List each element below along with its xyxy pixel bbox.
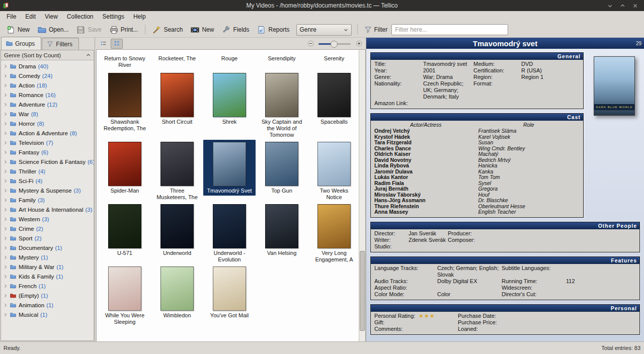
close-icon[interactable] [632, 3, 638, 9]
movie-entry[interactable]: Tmavomodrý Svet [203, 140, 256, 202]
group-item[interactable]: Science Fiction & Fantasy(6) [1, 157, 94, 166]
movie-entry[interactable]: Rocketeer, The [151, 52, 203, 70]
menu-file[interactable]: File [2, 12, 21, 21]
group-label: Sport [19, 235, 33, 241]
group-item[interactable]: Musical(1) [1, 310, 94, 319]
movie-entry[interactable]: Spaceballs [308, 71, 360, 140]
vertical-scrollbar[interactable] [359, 50, 365, 341]
movie-entry[interactable]: Three Musketeers, The [151, 140, 203, 202]
group-item[interactable]: Thriller(4) [1, 166, 94, 176]
cast-role: Dr. Blaschke [477, 198, 581, 204]
icon-size-slider[interactable] [318, 40, 351, 48]
movie-entry[interactable]: Return to Snowy River [99, 52, 151, 70]
filter-input[interactable] [391, 24, 508, 35]
group-item[interactable]: Kids & Family(1) [1, 272, 94, 281]
group-item[interactable]: Mystery & Suspense(3) [1, 186, 94, 195]
slider-thumb[interactable] [331, 41, 338, 48]
group-item[interactable]: Documentary(1) [1, 243, 94, 252]
group-label: Western [19, 216, 40, 222]
maximize-icon[interactable] [620, 3, 625, 9]
group-item[interactable]: Animation(1) [1, 300, 94, 310]
group-item[interactable]: Crime(2) [1, 224, 94, 233]
icon-view-button[interactable] [111, 39, 123, 49]
open-button[interactable]: Open... [34, 24, 72, 36]
group-tree-header[interactable]: Genre (Sort by Count) [1, 50, 94, 60]
group-item[interactable]: Television(7) [1, 138, 94, 147]
movie-entry[interactable]: Short Circuit [151, 71, 203, 140]
tab-groups[interactable]: Groups [1, 37, 41, 50]
group-item[interactable]: Sci-Fi(4) [1, 176, 94, 186]
movie-entry[interactable]: Underworld - Evolution [203, 202, 256, 264]
new-entry-button[interactable]: New [187, 24, 217, 36]
group-item[interactable]: Family(3) [1, 195, 94, 205]
new-collection-button[interactable]: New [3, 24, 33, 36]
group-item[interactable]: Fantasy(6) [1, 147, 94, 157]
group-item[interactable]: Western(3) [1, 214, 94, 224]
folder-icon [6, 40, 13, 47]
movie-entry[interactable]: Top Gun [256, 140, 308, 202]
group-label: Mystery [19, 254, 39, 260]
group-item[interactable]: Sport(2) [1, 233, 94, 243]
group-item[interactable]: Military & War(1) [1, 262, 94, 272]
movie-entry[interactable]: Underworld [151, 202, 203, 264]
scrollbar-thumb[interactable] [360, 251, 365, 331]
movie-entry[interactable]: While You Were Sleeping [99, 264, 151, 327]
movie-title: Spider-Man [111, 188, 139, 194]
menu-view[interactable]: View [40, 12, 62, 21]
save-button[interactable]: Save [73, 24, 105, 36]
menu-help[interactable]: Help [129, 12, 150, 21]
movie-entry[interactable]: Spider-Man [99, 140, 151, 202]
movie-entry[interactable]: Van Helsing [256, 202, 308, 264]
menu-edit[interactable]: Edit [21, 12, 40, 21]
print-button[interactable]: Print... [106, 24, 142, 36]
group-item[interactable]: Horror(8) [1, 119, 94, 128]
movie-entry[interactable]: Shawshank Redemption, The [99, 71, 151, 140]
fields-button[interactable]: Fields [218, 24, 253, 36]
group-item[interactable]: Action(18) [1, 80, 94, 90]
group-item[interactable]: French(1) [1, 281, 94, 291]
movie-entry[interactable]: Very Long Engagement, A [308, 202, 360, 264]
group-item[interactable]: Romance(16) [1, 90, 94, 100]
group-count: (6) [41, 149, 48, 155]
group-item[interactable]: Art House & International(3) [1, 205, 94, 214]
titlebar: My Videos - /home/robby/documents/movies… [0, 0, 644, 11]
list-view-button[interactable] [97, 39, 109, 49]
field-label: Certification: [473, 67, 521, 74]
minimize-icon[interactable] [607, 3, 613, 9]
group-item[interactable]: Comedy(24) [1, 71, 94, 80]
expander-chevron-icon [4, 208, 8, 212]
entry-header: Tmavomodrý svet 29 [366, 38, 644, 49]
menu-collection[interactable]: Collection [62, 12, 98, 21]
movie-entry[interactable]: You've Got Mail [203, 264, 256, 327]
expander-chevron-icon [4, 227, 8, 231]
group-item[interactable]: Adventure(12) [1, 100, 94, 109]
movie-entry[interactable]: Shrek [203, 71, 256, 140]
cover-caption: DARK BLUE WORLD [594, 104, 634, 110]
search-button[interactable]: Search [149, 24, 186, 36]
folder-icon [10, 197, 17, 203]
movie-entry[interactable]: Wimbledon [151, 264, 203, 327]
reports-button[interactable]: Reports [254, 24, 293, 36]
group-item[interactable]: (Empty)(1) [1, 291, 94, 300]
movie-entry[interactable]: Rouge [203, 52, 256, 70]
folder-icon [10, 121, 17, 127]
movie-entry[interactable]: U-571 [99, 202, 151, 264]
field-value: Color [437, 291, 502, 298]
movie-entry[interactable]: Two Weeks Notice [308, 140, 360, 202]
group-item[interactable]: Action & Adventure(8) [1, 128, 94, 138]
field-value [514, 319, 636, 326]
zoom-in-button[interactable] [354, 39, 364, 48]
movie-entry[interactable]: Serendipity [256, 52, 308, 70]
group-by-combobox[interactable]: Genre [296, 24, 352, 36]
group-item[interactable]: War(8) [1, 109, 94, 119]
tab-filters[interactable]: Filters [42, 38, 79, 50]
expander-chevron-icon [4, 294, 8, 298]
group-item[interactable]: Mystery(1) [1, 252, 94, 262]
group-label: French [19, 283, 37, 289]
zoom-out-button[interactable] [305, 39, 315, 48]
movie-entry[interactable]: Serenity [308, 52, 360, 70]
field-label: Nationality: [374, 80, 423, 100]
group-item[interactable]: Drama(40) [1, 61, 94, 71]
movie-entry[interactable]: Sky Captain and the World of Tomorrow [256, 71, 308, 140]
menu-settings[interactable]: Settings [98, 12, 129, 21]
